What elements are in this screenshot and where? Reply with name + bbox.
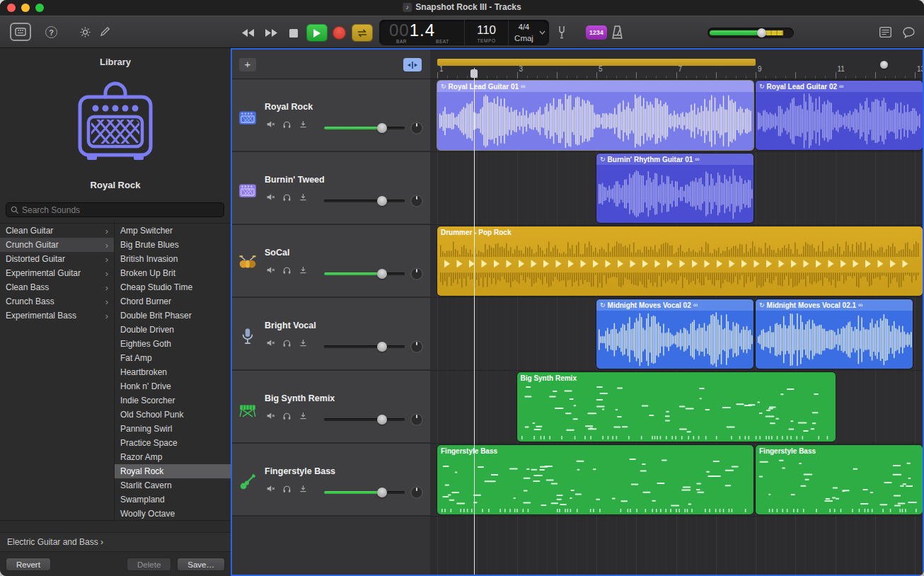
quick-help-button[interactable]: ? bbox=[45, 26, 57, 38]
input-monitor-button[interactable] bbox=[297, 338, 308, 348]
library-category-item[interactable]: Crunch Guitar › bbox=[0, 238, 114, 252]
pan-knob[interactable] bbox=[410, 486, 423, 499]
volume-slider[interactable] bbox=[324, 269, 405, 279]
library-breadcrumb[interactable]: Electric Guitar and Bass › bbox=[0, 532, 231, 552]
mute-button[interactable] bbox=[265, 338, 276, 348]
pan-knob[interactable] bbox=[410, 413, 423, 426]
input-monitor-button[interactable] bbox=[297, 410, 308, 421]
play-button[interactable] bbox=[306, 24, 328, 42]
library-patch-item[interactable]: Fat Amp bbox=[115, 351, 231, 365]
library-patch-item[interactable]: Indie Scorcher bbox=[115, 393, 231, 408]
mute-button[interactable] bbox=[265, 410, 276, 421]
library-patch-item[interactable]: Amp Switcher bbox=[115, 224, 231, 238]
volume-knob[interactable] bbox=[377, 269, 387, 279]
input-monitor-button[interactable] bbox=[297, 265, 308, 275]
library-patch-item[interactable]: Panning Swirl bbox=[115, 422, 231, 436]
region[interactable]: Fingerstyle Bass bbox=[437, 445, 753, 514]
master-volume-slider[interactable] bbox=[708, 28, 794, 38]
mute-button[interactable] bbox=[265, 265, 276, 275]
track-header[interactable]: Royal Rock bbox=[232, 79, 430, 152]
library-patch-item[interactable]: Heartbroken bbox=[115, 365, 231, 379]
library-patch-item[interactable]: Swampland bbox=[115, 493, 231, 507]
region[interactable]: Big Synth Remix bbox=[517, 372, 836, 442]
library-patch-item[interactable]: Old School Punk bbox=[115, 408, 231, 422]
track-header[interactable]: Big Synth Remix bbox=[232, 371, 430, 444]
library-patch-item[interactable]: Practice Space bbox=[115, 436, 231, 450]
volume-slider[interactable] bbox=[324, 123, 405, 133]
fullscreen-button[interactable] bbox=[35, 4, 44, 12]
cycle-button[interactable] bbox=[352, 24, 373, 42]
count-in-button[interactable]: 1234 bbox=[586, 25, 607, 40]
pan-knob[interactable] bbox=[410, 195, 423, 207]
forward-button[interactable] bbox=[265, 28, 279, 38]
playhead[interactable] bbox=[474, 68, 475, 575]
library-category-item[interactable]: Experimental Guitar › bbox=[0, 266, 114, 280]
record-button[interactable] bbox=[333, 26, 346, 40]
mute-button[interactable] bbox=[265, 119, 276, 129]
volume-slider[interactable] bbox=[324, 488, 405, 497]
key-signature-display[interactable]: 4/4 Cmaj bbox=[508, 20, 549, 45]
input-monitor-button[interactable] bbox=[297, 192, 308, 202]
track-header[interactable]: SoCal bbox=[232, 225, 430, 298]
stop-button[interactable] bbox=[289, 29, 298, 38]
volume-slider[interactable] bbox=[324, 196, 405, 206]
search-field[interactable] bbox=[6, 202, 224, 217]
solo-button[interactable] bbox=[281, 119, 292, 129]
metronome-button[interactable] bbox=[611, 25, 623, 39]
close-button[interactable] bbox=[7, 4, 16, 12]
track-header[interactable]: Burnin' Tweed bbox=[232, 152, 430, 225]
solo-button[interactable] bbox=[281, 265, 292, 275]
region[interactable]: ↻Royal Lead Guitar 01∞ bbox=[437, 81, 753, 150]
library-patch-item[interactable]: British Invasion bbox=[115, 252, 231, 266]
pan-knob[interactable] bbox=[410, 122, 423, 134]
delete-button[interactable]: Delete bbox=[127, 558, 171, 571]
revert-button[interactable]: Revert bbox=[6, 558, 51, 571]
chat-button[interactable] bbox=[903, 27, 915, 38]
pan-knob[interactable] bbox=[410, 340, 423, 353]
save-button[interactable]: Save… bbox=[177, 558, 225, 571]
cycle-region[interactable] bbox=[437, 59, 756, 66]
library-patch-item[interactable]: Honk n' Drive bbox=[115, 379, 231, 393]
solo-button[interactable] bbox=[281, 192, 292, 202]
timeline-ruler[interactable]: 135791113 bbox=[430, 50, 923, 79]
region[interactable]: Fingerstyle Bass bbox=[756, 445, 923, 514]
library-patch-item[interactable]: Eighties Goth bbox=[115, 337, 231, 351]
track-header[interactable]: Bright Vocal bbox=[232, 298, 430, 371]
note-pads-button[interactable] bbox=[879, 27, 891, 38]
solo-button[interactable] bbox=[281, 483, 292, 494]
library-patch-item[interactable]: Chord Burner bbox=[115, 294, 231, 309]
library-patch-item[interactable]: Woolly Octave bbox=[115, 507, 231, 521]
position-display[interactable]: 001.4 BAR BEAT bbox=[379, 20, 464, 45]
volume-slider[interactable] bbox=[324, 415, 405, 425]
pan-knob[interactable] bbox=[410, 267, 423, 280]
region[interactable]: Drummer - Pop Rock bbox=[437, 226, 923, 296]
volume-knob[interactable] bbox=[757, 28, 766, 38]
zoom-knob[interactable] bbox=[880, 61, 888, 69]
region[interactable]: ↻Midnight Moves Vocal 02.1∞ bbox=[756, 299, 913, 369]
lcd-display[interactable]: 001.4 BAR BEAT 110 TEMPO 4/4 Cmaj bbox=[379, 20, 549, 45]
library-category-item[interactable]: Clean Guitar › bbox=[0, 224, 114, 238]
volume-knob[interactable] bbox=[377, 123, 387, 133]
library-patch-item[interactable]: Broken Up Brit bbox=[115, 266, 231, 280]
library-patch-item[interactable]: Royal Rock bbox=[115, 464, 231, 478]
tuner-button[interactable] bbox=[558, 25, 566, 39]
library-category-item[interactable]: Crunch Bass › bbox=[0, 294, 114, 309]
minimize-button[interactable] bbox=[21, 4, 30, 12]
rewind-button[interactable] bbox=[241, 28, 255, 38]
library-patch-item[interactable]: Double Driven bbox=[115, 323, 231, 337]
library-patch-item[interactable]: Cheap Studio Time bbox=[115, 280, 231, 294]
tempo-display[interactable]: 110 TEMPO bbox=[464, 20, 508, 45]
volume-knob[interactable] bbox=[377, 488, 387, 497]
library-category-item[interactable]: Clean Bass › bbox=[0, 280, 114, 294]
region[interactable]: ↻Burnin' Rhythm Guitar 01∞ bbox=[596, 154, 753, 223]
catch-playhead-button[interactable] bbox=[403, 58, 422, 71]
volume-knob[interactable] bbox=[377, 342, 387, 352]
library-patch-item[interactable]: Big Brute Blues bbox=[115, 238, 231, 252]
library-category-item[interactable]: Distorted Guitar › bbox=[0, 252, 114, 266]
mute-button[interactable] bbox=[265, 483, 276, 494]
library-patch-item[interactable]: Starlit Cavern bbox=[115, 478, 231, 493]
tools-button[interactable] bbox=[99, 26, 110, 38]
display-brightness-button[interactable] bbox=[79, 26, 91, 38]
volume-knob[interactable] bbox=[377, 196, 387, 206]
library-patch-item[interactable]: Double Brit Phaser bbox=[115, 309, 231, 323]
